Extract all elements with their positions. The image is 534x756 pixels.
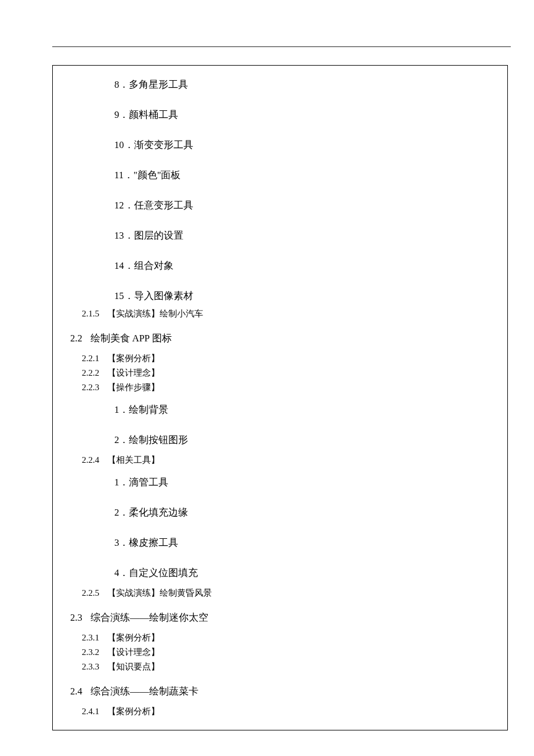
item-number: 10 — [114, 139, 124, 150]
item-text: ．"颜色"面板 — [124, 170, 181, 181]
section-heading: 2.2绘制美食 APP 图标 — [70, 332, 490, 345]
toc-entry: 2.4.1【案例分析】 — [82, 706, 490, 717]
toc-label: 【操作步骤】 — [107, 383, 160, 392]
toc-entry: 2.2.3【操作步骤】 — [82, 382, 490, 393]
section-title-text: 绘制美食 APP 图标 — [91, 333, 172, 344]
toc-label: 【知识要点】 — [107, 662, 160, 671]
list-item: 14．组合对象 — [114, 260, 490, 272]
toc-label: 【实战演练】绘制小汽车 — [107, 309, 203, 318]
toc-label: 【相关工具】 — [107, 455, 160, 465]
list-item: 9．颜料桶工具 — [114, 109, 490, 121]
section-number: 2.2 — [70, 333, 82, 344]
item-number: 2 — [114, 434, 119, 445]
list-item: 2．绘制按钮图形 — [114, 434, 490, 447]
toc-entry: 2.2.4【相关工具】 — [82, 455, 490, 466]
list-item: 1．绘制背景 — [114, 404, 490, 416]
item-text: ．多角星形工具 — [119, 79, 188, 90]
item-number: 4 — [114, 567, 119, 578]
item-text: ．滴管工具 — [119, 477, 168, 488]
toc-index: 2.3.3 — [82, 662, 99, 671]
section-number: 2.4 — [70, 686, 82, 697]
toc-index: 2.2.3 — [82, 383, 99, 392]
section-title-text: 综合演练——绘制蔬菜卡 — [91, 686, 199, 697]
item-number: 3 — [114, 537, 119, 548]
list-item: 4．自定义位图填充 — [114, 567, 490, 579]
item-text: ．绘制背景 — [119, 404, 168, 415]
list-item: 1．滴管工具 — [114, 476, 490, 489]
list-item: 15．导入图像素材 — [114, 290, 490, 303]
toc-label: 【案例分析】 — [107, 633, 160, 642]
item-number: 8 — [114, 79, 119, 90]
item-number: 1 — [114, 404, 119, 415]
item-text: ．绘制按钮图形 — [119, 434, 188, 445]
toc-index: 2.4.1 — [82, 707, 99, 716]
item-text: ．渐变变形工具 — [124, 139, 193, 150]
toc-entry: 2.3.1【案例分析】 — [82, 632, 490, 643]
list-item: 13．图层的设置 — [114, 229, 490, 242]
header-rule — [52, 46, 511, 47]
list-item: 2．柔化填充边缘 — [114, 506, 490, 519]
item-text: ．任意变形工具 — [124, 200, 193, 211]
item-text: ．图层的设置 — [124, 230, 183, 241]
toc-label: 【实战演练】绘制黄昏风景 — [107, 588, 212, 597]
toc-index: 2.3.1 — [82, 633, 99, 642]
toc-label: 【设计理念】 — [107, 368, 160, 377]
toc-entry: 2.2.1【案例分析】 — [82, 353, 490, 364]
toc-index: 2.3.2 — [82, 647, 99, 657]
content-frame: 8．多角星形工具 9．颜料桶工具 10．渐变变形工具 11．"颜色"面板 12．… — [52, 65, 508, 730]
item-text: ．颜料桶工具 — [119, 109, 178, 120]
section-heading: 2.4综合演练——绘制蔬菜卡 — [70, 685, 490, 698]
toc-entry: 2.3.2【设计理念】 — [82, 647, 490, 658]
toc-index: 2.1.5 — [82, 309, 99, 318]
list-item: 12．任意变形工具 — [114, 199, 490, 212]
item-number: 13 — [114, 230, 124, 241]
toc-label: 【案例分析】 — [107, 354, 160, 363]
toc-index: 2.2.4 — [82, 455, 99, 465]
item-text: ．导入图像素材 — [124, 290, 193, 301]
section-number: 2.3 — [70, 612, 82, 623]
toc-index: 2.2.5 — [82, 588, 99, 597]
toc-label: 【案例分析】 — [107, 707, 160, 716]
item-text: ．柔化填充边缘 — [119, 507, 188, 518]
item-number: 15 — [114, 290, 124, 301]
list-item: 11．"颜色"面板 — [114, 169, 490, 182]
section-heading: 2.3综合演练——绘制迷你太空 — [70, 611, 490, 624]
toc-entry: 2.3.3【知识要点】 — [82, 661, 490, 672]
section-title-text: 综合演练——绘制迷你太空 — [91, 612, 208, 623]
item-number: 1 — [114, 477, 119, 488]
item-number: 2 — [114, 507, 119, 518]
item-number: 12 — [114, 200, 124, 211]
toc-index: 2.2.2 — [82, 368, 99, 377]
toc-entry: 2.2.2【设计理念】 — [82, 368, 490, 379]
list-item: 10．渐变变形工具 — [114, 139, 490, 152]
list-item: 8．多角星形工具 — [114, 78, 490, 91]
toc-entry: 2.1.5【实战演练】绘制小汽车 — [82, 308, 490, 319]
item-text: ．组合对象 — [124, 260, 174, 271]
item-text: ．自定义位图填充 — [119, 567, 198, 578]
item-number: 11 — [114, 170, 124, 181]
item-number: 9 — [114, 109, 119, 120]
list-item: 3．橡皮擦工具 — [114, 537, 490, 549]
item-number: 14 — [114, 260, 124, 271]
item-text: ．橡皮擦工具 — [119, 537, 178, 548]
toc-index: 2.2.1 — [82, 354, 99, 363]
toc-label: 【设计理念】 — [107, 647, 160, 657]
toc-entry: 2.2.5【实战演练】绘制黄昏风景 — [82, 588, 490, 599]
